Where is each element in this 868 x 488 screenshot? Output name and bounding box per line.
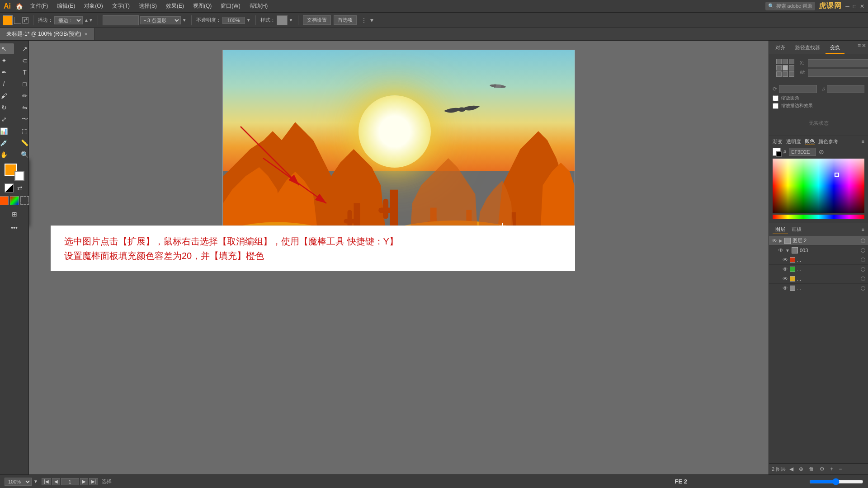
stroke-swatch[interactable] <box>14 17 21 24</box>
page-next-btn[interactable]: ▶ <box>80 478 88 485</box>
tab-pathfinder[interactable]: 路径查找器 <box>791 42 825 54</box>
layer-name-2[interactable]: 图层 2 <box>793 237 859 244</box>
menu-select[interactable]: 选择(S) <box>135 1 160 11</box>
default-colors-icon[interactable] <box>5 183 14 192</box>
tab-layers[interactable]: 图层 <box>773 225 788 234</box>
eye-icon-layer2[interactable]: 👁 <box>772 238 777 244</box>
eye-icon-red[interactable]: 👁 <box>783 257 788 263</box>
ref-dot-4[interactable] <box>776 65 782 70</box>
layer-name-green[interactable]: ... <box>797 267 859 272</box>
scale-corners-checkbox[interactable] <box>773 95 778 101</box>
brush-select[interactable]: 播边： <box>54 16 83 24</box>
eye-icon-gray[interactable]: 👁 <box>783 285 788 291</box>
tab-color-guide[interactable]: 颜色参考 <box>818 138 838 145</box>
hand-tool[interactable]: ✋ <box>0 149 14 160</box>
w-input[interactable] <box>808 69 868 77</box>
swap-colors-icon[interactable]: ⇄ <box>15 183 24 192</box>
layer-name-yellow[interactable]: ... <box>797 276 859 282</box>
layer-circle-yellow[interactable] <box>861 277 865 281</box>
window-max-icon[interactable]: □ <box>853 3 856 9</box>
menu-help[interactable]: 帮助(H) <box>246 1 272 11</box>
ref-dot-6[interactable] <box>789 65 794 70</box>
menu-text[interactable]: 文字(T) <box>108 1 133 11</box>
color-panel-menu[interactable]: ≡ <box>862 139 864 144</box>
layer-item-green[interactable]: 👁 ... <box>769 265 868 274</box>
layer-circle-gray[interactable] <box>861 286 865 291</box>
expand-arrow-003[interactable]: ▼ <box>785 248 790 253</box>
angle-input[interactable] <box>779 85 817 93</box>
layer-circle-2[interactable] <box>861 239 865 243</box>
select-tool[interactable]: ↖ <box>0 43 14 54</box>
none-mode-icon[interactable] <box>20 196 29 205</box>
tab-transform[interactable]: 变换 <box>826 42 844 54</box>
ref-dot-2[interactable] <box>783 59 788 64</box>
zoom-slider[interactable] <box>809 478 863 485</box>
page-first-btn[interactable]: |◀ <box>42 478 51 485</box>
none-icon[interactable]: ⊘ <box>819 148 824 155</box>
page-prev-btn[interactable]: ◀ <box>52 478 60 485</box>
expand-arrow-layer2[interactable]: ▶ <box>779 238 783 243</box>
eye-icon-yellow[interactable]: 👁 <box>783 276 788 282</box>
scale-stroke-checkbox[interactable] <box>773 103 778 109</box>
layer-item-red[interactable]: 👁 ... <box>769 255 868 265</box>
home-icon[interactable]: 🏠 <box>15 3 23 10</box>
fill-swatch[interactable] <box>3 15 13 25</box>
hex-input[interactable] <box>789 148 816 156</box>
layer-item-gray[interactable]: 👁 ... <box>769 284 868 293</box>
opacity-arrow[interactable]: ▼ <box>246 18 251 23</box>
more-tools-icon[interactable]: ••• <box>5 222 24 233</box>
color-mode-icon[interactable] <box>0 196 9 205</box>
color-gradient[interactable] <box>773 159 864 213</box>
tab-close-icon[interactable]: ✕ <box>84 32 88 37</box>
layer-circle-003[interactable] <box>861 248 865 253</box>
gradient-mode-icon[interactable] <box>10 196 19 205</box>
window-close-icon[interactable]: ✕ <box>860 3 864 9</box>
paintbrush-tool[interactable]: 🖌 <box>0 90 14 101</box>
scale-tool[interactable]: ⤢ <box>0 114 14 125</box>
menu-file[interactable]: 文件(F) <box>27 1 52 11</box>
layer-circle-green[interactable] <box>861 267 865 272</box>
layer-name-gray[interactable]: ... <box>797 286 859 291</box>
layer-name-red[interactable]: ... <box>797 257 859 263</box>
right-panel-close-icon[interactable]: ✕ <box>862 42 866 54</box>
layers-menu-icon[interactable]: ≡ <box>862 227 864 232</box>
layer-circle-red[interactable] <box>861 258 865 262</box>
layer-panel-icon[interactable]: ⊞ <box>5 209 24 220</box>
menu-edit[interactable]: 编辑(E) <box>53 1 79 11</box>
layer-name-003[interactable]: 003 <box>800 248 859 253</box>
menu-window[interactable]: 窗口(W) <box>217 1 244 11</box>
eyedropper-tool[interactable]: 💉 <box>0 137 14 148</box>
tab-artboards[interactable]: 画板 <box>789 225 804 234</box>
graph-tool[interactable]: 📊 <box>0 126 14 136</box>
zoom-arrow[interactable]: ▼ <box>33 479 38 484</box>
layer-delete-icon[interactable]: − <box>837 465 844 473</box>
pen-tool[interactable]: ✒ <box>0 67 14 78</box>
background-color-swatch[interactable] <box>14 171 24 181</box>
style-swatch[interactable] <box>277 15 288 25</box>
style-arrow[interactable]: ▼ <box>289 18 293 23</box>
rotate-tool[interactable]: ↻ <box>0 102 14 113</box>
brush-arrow[interactable]: ▲▼ <box>84 18 93 23</box>
menu-object[interactable]: 对象(O) <box>80 1 106 11</box>
opacity-input[interactable] <box>222 17 245 24</box>
toolbar-more-icon[interactable]: ▼ <box>369 17 375 23</box>
right-panel-menu-icon[interactable]: ≡ <box>858 42 861 54</box>
ref-dot-3[interactable] <box>789 59 794 64</box>
layer-item-layer2[interactable]: 👁 ▶ 图层 2 <box>769 236 868 246</box>
color-white-swatch[interactable] <box>773 148 781 156</box>
tab-gradient[interactable]: 渐变 <box>773 138 783 145</box>
preferences-button[interactable]: 首选项 <box>334 15 357 25</box>
layer-item-yellow[interactable]: 👁 ... <box>769 274 868 284</box>
magic-wand-tool[interactable]: ✦ <box>0 55 14 66</box>
tab-align[interactable]: 对齐 <box>771 42 790 54</box>
ref-dot-7[interactable] <box>776 71 782 77</box>
page-input[interactable] <box>61 478 79 485</box>
line-tool[interactable]: / <box>0 79 14 89</box>
layer-add-icon[interactable]: + <box>828 465 835 473</box>
menu-effect[interactable]: 效果(E) <box>162 1 188 11</box>
hue-strip[interactable] <box>773 215 864 219</box>
ref-dot-8[interactable] <box>783 71 788 77</box>
layer-make-icon[interactable]: ⊕ <box>797 465 805 473</box>
x-input[interactable] <box>808 59 868 67</box>
search-bar[interactable]: 🔍 搜索 adobe 帮助 <box>765 2 816 10</box>
